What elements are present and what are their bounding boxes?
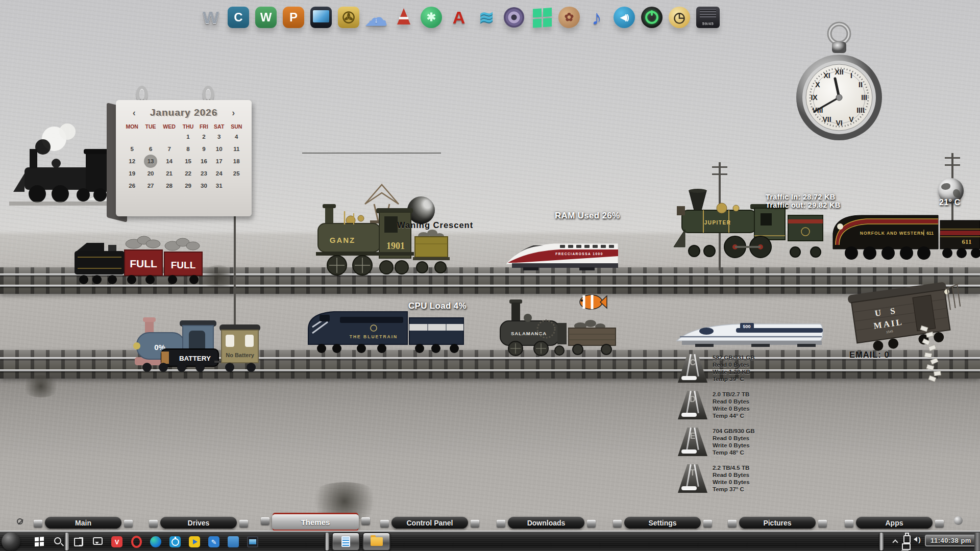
start-orb[interactable] [2, 532, 20, 551]
ganz-locomotive-widget[interactable]: GANZ 1901 [314, 183, 450, 283]
file-explorer-task-button[interactable] [362, 532, 390, 551]
drive-widget-t[interactable]: T 2.2 TB/4.5 TBRead 0 Bytes Write 0 Byte… [678, 464, 750, 493]
calendar-day: 21 [159, 167, 179, 180]
calendar-day-header: FRI [197, 122, 211, 131]
vlc-cone-icon[interactable] [393, 7, 414, 28]
monitor-icon[interactable] [310, 7, 332, 28]
moon-phase-label: Waning Crescent [397, 220, 473, 230]
tab-downloads[interactable]: Downloads [508, 517, 584, 529]
tab-apps[interactable]: Apps [856, 517, 933, 529]
norfolk-western-611-widget[interactable]: NORFOLK AND WESTERN 611 611 [830, 203, 980, 261]
drive-widget-c[interactable]: C 582 GB/931 GBRead 0 Bytes Write 1.28 K… [678, 354, 754, 383]
snip-edit-icon[interactable]: ✎ [208, 536, 219, 547]
calendar-prev-button[interactable]: ‹ [133, 108, 136, 118]
calendar-day: 28 [159, 180, 179, 192]
salamanca-locomotive-widget[interactable]: SALAMANCA [496, 298, 617, 359]
media-player-icon[interactable] [189, 536, 200, 547]
dock-glyph: W [203, 8, 219, 28]
metallic-w-icon[interactable]: W [200, 7, 222, 28]
cloud-download-icon[interactable]: ☁↓ [365, 7, 387, 28]
drive-widget-e[interactable]: E 704 GB/930 GBRead 0 Bytes Write 0 Byte… [678, 428, 754, 456]
tab-control-panel[interactable]: Control Panel [391, 517, 468, 529]
taskbar-separator [325, 533, 329, 550]
vivaldi-browser-icon[interactable]: V [111, 536, 122, 547]
norfolk-name: NORFOLK AND WESTERN [860, 231, 924, 236]
calendar-day: 2 [197, 131, 211, 143]
dvd-disc-icon[interactable] [503, 7, 525, 28]
show-desktop-button[interactable] [974, 533, 980, 551]
tab-main[interactable]: Main [45, 517, 121, 529]
email-count-label: EMAIL: 0 [849, 350, 890, 360]
calendar-next-button[interactable]: › [232, 108, 235, 118]
calendar-widget[interactable]: ‹ January 2026 › MON TUE WED THU FRI SAT… [116, 100, 252, 216]
norfolk-number: 611 [926, 231, 934, 236]
windows-start-icon[interactable] [34, 536, 45, 547]
power-icon[interactable] [641, 7, 663, 28]
tab-themes[interactable]: Themes [272, 514, 359, 530]
paint-palette-icon[interactable]: ✿ [558, 7, 580, 28]
dock-glyph: ♪ [592, 6, 602, 29]
desktop: W C W P ✇ ☁↓ ✱ A ≋ ✿ ♪ ◀)) ◷ 59/45 [0, 0, 980, 551]
vivaldi-letter: V [115, 538, 119, 546]
tray-chevron-icon[interactable] [892, 539, 898, 545]
calendar-day-header: SUN [227, 122, 246, 131]
tab-drives[interactable]: Drives [160, 517, 237, 529]
recycle-bin-train-widget[interactable]: FULL FULL [72, 233, 206, 290]
svg-text:VI: VI [836, 119, 842, 127]
calendar-day-header: TUE [142, 122, 159, 131]
tray-volume-icon[interactable] [912, 534, 923, 545]
blocked-icon[interactable] [17, 518, 23, 524]
calendar-day: 23 [197, 167, 211, 180]
calendar-day [142, 131, 159, 143]
music-note-icon[interactable]: ♪ [586, 7, 607, 28]
powerdirector-icon[interactable]: P [283, 7, 304, 28]
chat-icon[interactable] [92, 536, 103, 547]
dock-glyph: A [453, 8, 465, 28]
svg-text:II: II [859, 81, 863, 89]
blue-waves-icon[interactable]: ≋ [476, 7, 497, 28]
dock-glyph: ◷ [673, 9, 685, 26]
green-w-icon[interactable]: W [255, 7, 277, 28]
stopwatch-app-icon[interactable] [169, 536, 181, 547]
calendar-day-header: WED [159, 122, 179, 131]
drive-gadget-caption: 59/45 [702, 21, 714, 26]
alarm-clock-icon[interactable]: ◷ [669, 7, 690, 28]
acrobat-reader-icon[interactable]: A [448, 7, 470, 28]
network-icon[interactable] [900, 541, 912, 551]
taskbar-clock[interactable]: 11:40:38 pm [925, 535, 977, 546]
battery-train-widget[interactable]: 0% BATTERY No Battery [132, 313, 260, 373]
shinkansen-500-widget[interactable]: 500 [675, 314, 826, 348]
task-view-icon[interactable] [72, 536, 84, 547]
drive-widget-d[interactable]: D 2.0 TB/2.7 TBRead 0 Bytes Write 0 Byte… [678, 391, 750, 419]
display-app-icon[interactable] [247, 536, 258, 547]
sphere-ornament [954, 516, 963, 525]
traffic-out-label: Traffic out: 29.82 KB [766, 201, 841, 209]
calendar-day: 27 [142, 180, 159, 192]
tab-settings[interactable]: Settings [624, 517, 701, 529]
drive-stats: 704 GB/930 GBRead 0 Bytes Write 0 BytesT… [713, 428, 754, 456]
ram-usage-label: RAM Used 26% [555, 211, 620, 221]
svg-text:I: I [850, 71, 852, 80]
blue-app-icon[interactable] [228, 536, 239, 547]
us-mail-email-widget[interactable]: U S MAIL 1545 [843, 280, 968, 384]
calendar-day: 10 [211, 143, 227, 155]
dock-glyph: ✇ [342, 9, 355, 27]
calendar-day: 6 [142, 143, 159, 155]
calendar-day: 3 [211, 131, 227, 143]
dock-glyph: ≋ [479, 7, 494, 28]
network-ball-icon[interactable]: ✱ [421, 7, 442, 28]
pocket-watch-clock[interactable]: XII I II III IIII V VI VII VIII IX X XI [795, 18, 883, 149]
film-reel-icon[interactable]: ✇ [338, 7, 359, 28]
notepad-task-button[interactable] [332, 532, 360, 551]
tab-pictures[interactable]: Pictures [739, 517, 816, 529]
drive-gadget-icon[interactable]: 59/45 [696, 7, 720, 28]
search-icon[interactable] [53, 536, 64, 547]
windows-icon[interactable] [531, 7, 552, 28]
volume-icon[interactable]: ◀)) [614, 7, 635, 28]
opera-browser-icon[interactable] [131, 536, 142, 547]
corel-icon[interactable]: C [228, 7, 249, 28]
edge-browser-icon[interactable] [150, 536, 161, 547]
calendar-day: 12 [122, 155, 142, 167]
svg-text:III: III [861, 93, 867, 102]
frecciarossa-train-widget[interactable]: FRECCIAROSSA 1000 [503, 224, 620, 272]
